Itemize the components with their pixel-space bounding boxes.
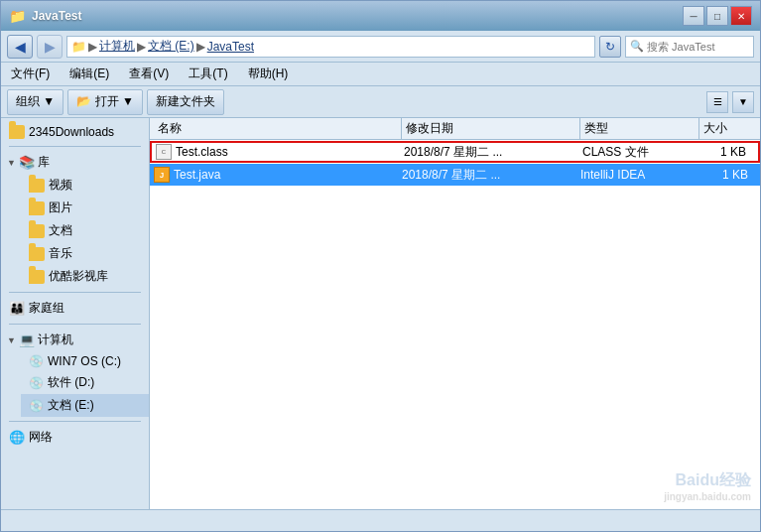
sidebar-item-label: 网络 [29,429,53,446]
title-bar-left: 📁 JavaTest [9,8,81,24]
organize-button[interactable]: 组织 ▼ [7,89,63,115]
sidebar-item-label: 计算机 [38,332,73,348]
collapse-arrow-icon: ▼ [7,335,16,345]
sidebar-item-downloads[interactable]: 2345Downloads [1,122,149,142]
sidebar-item-label: 视频 [49,177,72,194]
search-icon: 🔍 [630,40,644,53]
refresh-button[interactable]: ↻ [599,36,621,58]
sidebar-item-documents[interactable]: 文档 [21,219,149,242]
file-type-test-java: IntelliJ IDEA [580,168,699,182]
folder-icon [29,201,45,215]
drive-c-icon: 💿 [29,354,44,368]
back-button[interactable]: ◀ [7,35,33,59]
path-separator-1: ▶ [88,40,97,54]
sidebar-separator-3 [9,324,141,325]
network-icon: 🌐 [9,430,25,445]
file-name-test-class: Test.class [176,145,228,159]
content-area: 2345Downloads ▼ 📚 库 视频 图片 [1,118,760,509]
path-separator-2: ▶ [137,40,146,54]
forward-button[interactable]: ▶ [37,35,63,59]
folder-icon [29,247,45,261]
window-title: JavaTest [32,9,81,23]
file-row-test-class[interactable]: C Test.class 2018/8/7 星期二 ... CLASS 文件 1… [150,141,760,163]
toolbar-right: ☰ ▼ [706,91,754,113]
java-file-icon: J [154,167,170,183]
sidebar-separator-2 [9,292,141,293]
sidebar-item-homegroup[interactable]: 👨‍👩‍👦 家庭组 [1,297,149,320]
sidebar-item-video[interactable]: 视频 [21,174,149,197]
library-icon: 📚 [19,155,35,170]
search-input[interactable] [647,41,749,53]
column-name[interactable]: 名称 [154,118,402,139]
file-date-test-java: 2018/8/7 星期二 ... [402,167,580,184]
view-toggle-button[interactable]: ☰ [706,91,728,113]
sidebar-item-label: 家庭组 [29,300,64,317]
new-folder-button[interactable]: 新建文件夹 [147,89,224,115]
window-controls: ─ □ ✕ [683,6,752,26]
sidebar-item-computer[interactable]: ▼ 💻 计算机 [1,329,149,351]
file-size-test-class: 1 KB [701,145,754,159]
view-more-button[interactable]: ▼ [732,91,754,113]
menu-view[interactable]: 查看(V) [125,64,173,84]
folder-icon [29,224,45,238]
file-type-test-class: CLASS 文件 [582,144,701,161]
folder-icon [29,270,45,284]
maximize-button[interactable]: □ [706,6,728,26]
menu-file[interactable]: 文件(F) [7,64,54,84]
sidebar: 2345Downloads ▼ 📚 库 视频 图片 [1,118,150,509]
sidebar-library-contents: 视频 图片 文档 音乐 优酷影视库 [1,174,149,288]
sidebar-item-label: WIN7 OS (C:) [48,354,121,368]
file-pane: 名称 修改日期 类型 大小 C Test.class 2018/8/7 星期二 … [150,118,760,509]
sidebar-item-label: 图片 [49,200,72,216]
sidebar-item-software[interactable]: 💿 软件 (D:) [21,371,149,394]
window: 📁 JavaTest ─ □ ✕ ◀ ▶ 📁 ▶ 计算机 ▶ 文档 (E:) ▶… [0,0,761,532]
column-date[interactable]: 修改日期 [402,118,580,139]
status-bar [1,509,760,531]
open-button[interactable]: 📂 打开 ▼ [67,89,143,115]
sidebar-item-label: 库 [38,154,50,171]
column-type[interactable]: 类型 [580,118,699,139]
sidebar-item-pictures[interactable]: 图片 [21,197,149,219]
menu-help[interactable]: 帮助(H) [244,64,293,84]
file-row-test-java[interactable]: J Test.java 2018/8/7 星期二 ... IntelliJ ID… [150,164,760,186]
sidebar-item-network[interactable]: 🌐 网络 [1,426,149,449]
path-folder[interactable]: JavaTest [207,40,254,54]
toolbar: 组织 ▼ 📂 打开 ▼ 新建文件夹 ☰ ▼ [1,86,760,118]
column-size[interactable]: 大小 [699,118,756,139]
homegroup-icon: 👨‍👩‍👦 [9,301,25,316]
folder-icon [9,125,25,139]
search-box[interactable]: 🔍 [625,36,754,58]
file-size-test-java: 1 KB [699,168,756,182]
sidebar-item-label: 软件 (D:) [48,374,94,391]
drive-d-icon: 💿 [29,376,44,390]
menu-tools[interactable]: 工具(T) [185,64,231,84]
path-computer[interactable]: 计算机 [99,38,135,55]
drive-e-icon: 💿 [29,399,44,413]
title-bar: 📁 JavaTest ─ □ ✕ [1,1,760,31]
computer-icon: 💻 [19,332,35,347]
menu-edit[interactable]: 编辑(E) [65,64,113,84]
path-icon: 📁 [71,40,86,54]
sidebar-item-label: 音乐 [49,245,72,262]
sidebar-item-win7[interactable]: 💿 WIN7 OS (C:) [21,351,149,371]
file-cell-name-test-class: C Test.class [156,144,404,160]
sidebar-item-documents-e[interactable]: 💿 文档 (E:) [21,394,149,417]
file-list-body: C Test.class 2018/8/7 星期二 ... CLASS 文件 1… [150,140,760,509]
address-bar: ◀ ▶ 📁 ▶ 计算机 ▶ 文档 (E:) ▶ JavaTest ↻ 🔍 [1,31,760,63]
sidebar-item-label: 文档 (E:) [48,397,94,414]
address-path[interactable]: 📁 ▶ 计算机 ▶ 文档 (E:) ▶ JavaTest [66,36,595,58]
minimize-button[interactable]: ─ [683,6,704,26]
close-button[interactable]: ✕ [730,6,752,26]
file-list-header: 名称 修改日期 类型 大小 [150,118,760,140]
sidebar-item-youku[interactable]: 优酷影视库 [21,265,149,288]
sidebar-item-label: 2345Downloads [29,125,114,139]
sidebar-item-library[interactable]: ▼ 📚 库 [1,151,149,174]
collapse-arrow-icon: ▼ [7,158,16,168]
sidebar-item-label: 文档 [49,222,72,239]
file-name-test-java: Test.java [174,168,220,182]
sidebar-item-music[interactable]: 音乐 [21,242,149,265]
file-cell-name-test-java: J Test.java [154,167,402,183]
path-drive[interactable]: 文档 (E:) [148,38,194,55]
path-separator-3: ▶ [196,40,205,54]
sidebar-separator-4 [9,421,141,422]
